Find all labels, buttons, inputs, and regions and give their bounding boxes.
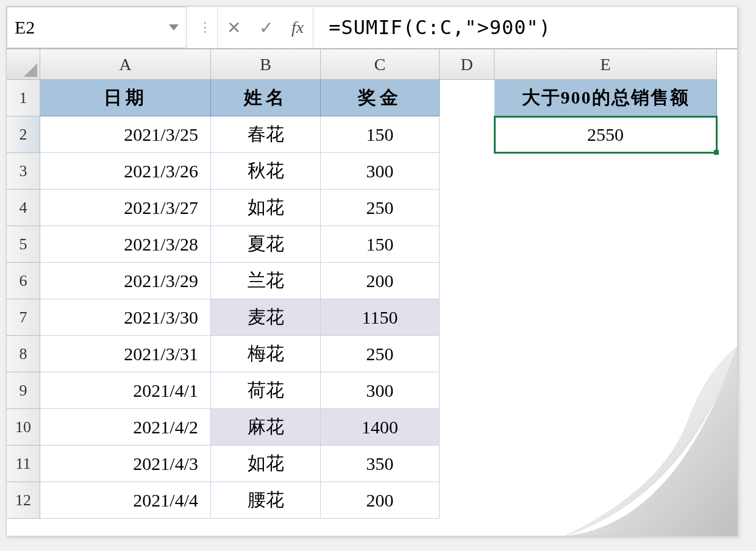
cell-E5[interactable]	[494, 226, 717, 263]
cell-D9[interactable]	[440, 372, 494, 409]
cell-A9[interactable]: 2021/4/1	[40, 372, 211, 409]
cell-B3[interactable]: 秋花	[211, 153, 321, 190]
row-header-3[interactable]: 3	[7, 153, 40, 190]
spreadsheet-app: E2 ⋮ ✕ ✓ fx =SUMIF(C:C,">900") A B C D E…	[6, 6, 738, 536]
cell-A2[interactable]: 2021/3/25	[40, 116, 211, 153]
cell-B10[interactable]: 麻花	[211, 409, 321, 446]
cell-A7[interactable]: 2021/3/30	[40, 299, 211, 336]
cell-A12[interactable]: 2021/4/4	[40, 482, 211, 519]
cell-D12[interactable]	[440, 482, 494, 519]
name-box[interactable]: E2	[7, 7, 187, 48]
cell-C1[interactable]: 奖金	[321, 80, 440, 116]
row-header-12[interactable]: 12	[7, 482, 40, 519]
cell-C12[interactable]: 200	[321, 482, 440, 519]
row-header-9[interactable]: 9	[7, 372, 40, 409]
select-all-button[interactable]	[7, 49, 40, 80]
cell-C6[interactable]: 200	[321, 263, 440, 299]
cell-D5[interactable]	[440, 226, 494, 263]
cell-E3[interactable]	[494, 153, 717, 190]
cell-E10[interactable]	[494, 409, 717, 446]
cell-C3[interactable]: 300	[321, 153, 440, 190]
cell-D10[interactable]	[440, 409, 494, 446]
col-header-A[interactable]: A	[40, 49, 211, 80]
row-header-1[interactable]: 1	[7, 80, 40, 116]
cell-B9[interactable]: 荷花	[211, 372, 321, 409]
row-header-4[interactable]: 4	[7, 190, 40, 226]
divider: ⋮	[193, 7, 217, 48]
cell-C5[interactable]: 150	[321, 226, 440, 263]
cell-B11[interactable]: 如花	[211, 446, 321, 482]
cell-A10[interactable]: 2021/4/2	[40, 409, 211, 446]
col-header-E[interactable]: E	[494, 49, 717, 80]
cell-B5[interactable]: 夏花	[211, 226, 321, 263]
confirm-icon[interactable]: ✓	[259, 18, 273, 38]
cell-D6[interactable]	[440, 263, 494, 299]
cell-E2[interactable]: 2550	[494, 116, 717, 153]
cell-D1[interactable]	[440, 80, 494, 116]
cell-A6[interactable]: 2021/3/29	[40, 263, 211, 299]
cell-B12[interactable]: 腰花	[211, 482, 321, 519]
row-header-8[interactable]: 8	[7, 336, 40, 372]
cell-E9[interactable]	[494, 372, 717, 409]
cell-E1[interactable]: 大于900的总销售额	[494, 80, 717, 116]
cell-A4[interactable]: 2021/3/27	[40, 190, 211, 226]
cell-A3[interactable]: 2021/3/26	[40, 153, 211, 190]
cell-A5[interactable]: 2021/3/28	[40, 226, 211, 263]
cancel-icon[interactable]: ✕	[227, 18, 241, 38]
col-header-D[interactable]: D	[440, 49, 494, 80]
cell-B8[interactable]: 梅花	[211, 336, 321, 372]
row-header-6[interactable]: 6	[7, 263, 40, 299]
cell-C7[interactable]: 1150	[321, 299, 440, 336]
cell-E8[interactable]	[494, 336, 717, 372]
formula-controls: ✕ ✓ fx	[217, 7, 313, 48]
cell-A11[interactable]: 2021/4/3	[40, 446, 211, 482]
cell-E12[interactable]	[494, 482, 717, 519]
cell-B7[interactable]: 麦花	[211, 299, 321, 336]
cell-D2[interactable]	[440, 116, 494, 153]
cell-D3[interactable]	[440, 153, 494, 190]
cell-D4[interactable]	[440, 190, 494, 226]
formula-input[interactable]: =SUMIF(C:C,">900")	[316, 7, 737, 48]
grid[interactable]: A B C D E 1 日期 姓名 奖金 大于900的总销售额 2 2021/3…	[7, 49, 737, 519]
cell-C2[interactable]: 150	[321, 116, 440, 153]
cell-D8[interactable]	[440, 336, 494, 372]
cell-B6[interactable]: 兰花	[211, 263, 321, 299]
cell-C10[interactable]: 1400	[321, 409, 440, 446]
cell-D7[interactable]	[440, 299, 494, 336]
cell-C11[interactable]: 350	[321, 446, 440, 482]
cell-E6[interactable]	[494, 263, 717, 299]
row-header-11[interactable]: 11	[7, 446, 40, 482]
fx-icon[interactable]: fx	[291, 18, 304, 37]
row-header-7[interactable]: 7	[7, 299, 40, 336]
cell-C8[interactable]: 250	[321, 336, 440, 372]
cell-C4[interactable]: 250	[321, 190, 440, 226]
cell-B4[interactable]: 如花	[211, 190, 321, 226]
cell-A1[interactable]: 日期	[40, 80, 211, 116]
cell-A8[interactable]: 2021/3/31	[40, 336, 211, 372]
cell-E7[interactable]	[494, 299, 717, 336]
formula-text: =SUMIF(C:C,">900")	[329, 16, 551, 39]
row-header-5[interactable]: 5	[7, 226, 40, 263]
cell-B2[interactable]: 春花	[211, 116, 321, 153]
cell-E11[interactable]	[494, 446, 717, 482]
formula-bar: E2 ⋮ ✕ ✓ fx =SUMIF(C:C,">900")	[7, 7, 737, 49]
row-header-2[interactable]: 2	[7, 116, 40, 153]
name-box-value: E2	[15, 17, 35, 38]
cell-D11[interactable]	[440, 446, 494, 482]
row-header-10[interactable]: 10	[7, 409, 40, 446]
col-header-C[interactable]: C	[321, 49, 440, 80]
col-header-B[interactable]: B	[211, 49, 321, 80]
cell-E4[interactable]	[494, 190, 717, 226]
cell-C9[interactable]: 300	[321, 372, 440, 409]
cell-B1[interactable]: 姓名	[211, 80, 321, 116]
chevron-down-icon[interactable]	[169, 24, 179, 30]
